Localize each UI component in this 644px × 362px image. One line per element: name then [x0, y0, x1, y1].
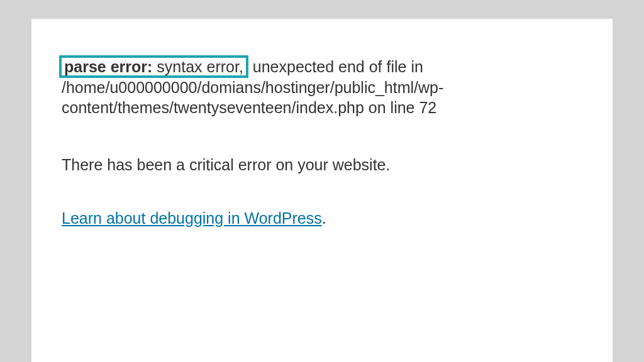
parse-error-message: parse error: syntax error, unexpected en… [62, 57, 582, 118]
link-period: . [322, 209, 326, 227]
critical-error-text: There has been a critical error on your … [62, 156, 582, 174]
debug-link-line: Learn about debugging in WordPress. [62, 209, 582, 228]
error-type-rest: syntax error, [152, 58, 243, 75]
debug-link[interactable]: Learn about debugging in WordPress [62, 209, 322, 227]
highlighted-error-label: parse error: syntax error, [59, 55, 248, 78]
error-page-container: parse error: syntax error, unexpected en… [31, 19, 613, 362]
error-type-bold: parse error: [64, 58, 152, 75]
